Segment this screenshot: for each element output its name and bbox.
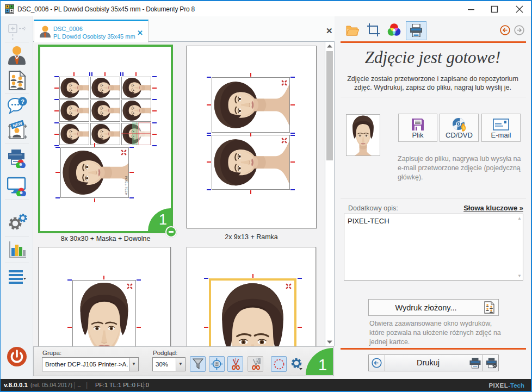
svg-text:?: ? bbox=[21, 98, 24, 105]
